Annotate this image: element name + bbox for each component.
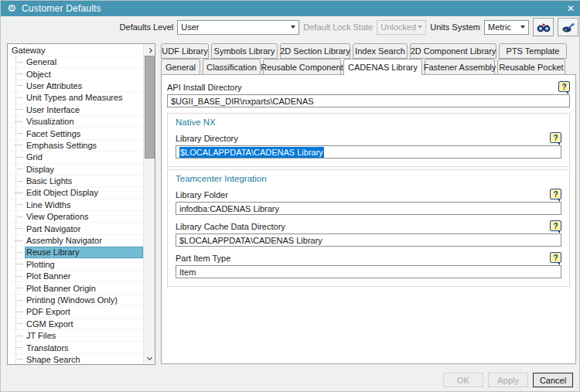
sidebar-item-unit-types-and-measures[interactable]: Unit Types and Measures — [8, 92, 143, 104]
sidebar-item-label: Plot Banner Origin — [25, 282, 143, 293]
sidebar-item-shape-search[interactable]: Shape Search — [8, 354, 143, 364]
native-nx-group: Native NX Library Directory ? $LOCALAPPD… — [167, 113, 570, 167]
sidebar-item-display[interactable]: Display — [8, 164, 143, 176]
sidebar-item-plot-banner[interactable]: Plot Banner — [8, 271, 143, 282]
sidebar-item-reuse-library[interactable]: Reuse Library — [8, 247, 143, 258]
tree-branch-icon — [15, 216, 22, 217]
units-system-value: Metric — [488, 22, 511, 32]
tab-cadenas-library[interactable]: CADENAS Library — [343, 59, 422, 75]
sidebar-item-label: Visualization — [25, 116, 143, 127]
library-directory-field[interactable]: $LOCALAPPDATA\CADENAS Library — [176, 145, 561, 159]
tree-branch-icon — [15, 169, 22, 169]
library-folder-field[interactable]: infodba:CADENAS Library — [176, 202, 561, 215]
sidebar-item-part-navigator[interactable]: Part Navigator — [8, 223, 143, 234]
sidebar-item-label: Reuse Library — [25, 247, 143, 257]
chevron-down-icon — [418, 26, 422, 29]
tree-branch-icon — [15, 145, 22, 145]
tree-branch-icon — [15, 323, 22, 324]
tab-fastener-assembly[interactable]: Fastener Assembly — [425, 59, 495, 75]
sidebar-item-line-widths[interactable]: Line Widths — [8, 199, 143, 211]
tab-label: PTS Template — [507, 46, 560, 56]
help-icon[interactable]: ? — [550, 252, 561, 263]
help-icon[interactable]: ? — [550, 132, 561, 143]
library-folder-label: Library Folder — [176, 190, 228, 199]
sidebar-item-gateway[interactable]: Gateway — [8, 44, 143, 56]
library-cache-data-directory-label: Library Cache Data Directory — [176, 222, 285, 231]
sidebar-item-user-attributes[interactable]: User Attributes — [8, 80, 143, 92]
tab-index-search[interactable]: Index Search — [353, 43, 408, 59]
tab-symbols-library[interactable]: Symbols Library — [211, 43, 278, 59]
tab-label: Fastener Assembly — [424, 63, 496, 72]
sidebar-item-pdf-export[interactable]: PDF Export — [8, 306, 143, 318]
sidebar-item-view-operations[interactable]: View Operations — [8, 211, 143, 223]
tree-branch-icon — [15, 193, 22, 193]
sidebar-item-label: Part Navigator — [25, 223, 143, 233]
sidebar-item-basic-lights[interactable]: Basic Lights — [8, 176, 143, 187]
api-install-directory-field[interactable]: $UGII_BASE_DIR\nxparts\CADENAS — [167, 94, 570, 107]
sidebar-item-label: Emphasis Settings — [25, 140, 143, 151]
tab-2d-component-library[interactable]: 2D Component Library — [410, 43, 496, 59]
help-icon[interactable]: ? — [550, 220, 561, 231]
part-item-type-label: Part Item Type — [176, 254, 230, 263]
sidebar-scrollbar[interactable] — [143, 44, 155, 364]
binoculars-icon — [536, 22, 551, 33]
lock-state-label: Default Lock State — [303, 22, 373, 32]
tab-reusable-pocket[interactable]: Reusable Pocket — [497, 59, 565, 75]
part-item-type-value: Item — [179, 268, 196, 277]
tree-branch-icon — [15, 240, 22, 241]
sidebar-item-object[interactable]: Object — [8, 68, 143, 80]
tree-branch-icon — [15, 347, 22, 348]
tree-branch-icon — [15, 109, 22, 110]
tab-classification[interactable]: Classification — [203, 59, 261, 75]
native-nx-heading: Native NX — [176, 118, 561, 127]
units-system-select[interactable]: Metric — [484, 20, 529, 35]
help-icon[interactable]: ? — [550, 189, 561, 199]
defaults-level-select[interactable]: User — [177, 20, 299, 35]
find-default-button[interactable] — [533, 18, 554, 36]
close-button[interactable]: ✕ — [561, 1, 580, 16]
sidebar-item-user-interface[interactable]: User Interface — [8, 104, 143, 116]
sidebar-item-edit-object-display[interactable]: Edit Object Display — [8, 187, 143, 199]
binoculars-arrow-icon — [561, 22, 576, 33]
sidebar-item-label: Plotting — [25, 259, 143, 270]
chevron-down-icon — [147, 355, 152, 360]
manage-settings-button[interactable] — [558, 18, 578, 36]
tab-2d-section-library[interactable]: 2D Section Library — [280, 43, 350, 59]
sidebar-item-grid[interactable]: Grid — [8, 152, 143, 163]
chevron-up-icon — [147, 48, 152, 53]
sidebar-item-label: General — [25, 56, 143, 67]
sidebar-item-general[interactable]: General — [8, 56, 143, 68]
ok-button: OK — [443, 373, 483, 387]
part-item-type-field[interactable]: Item — [176, 265, 561, 278]
cancel-button[interactable]: Cancel — [533, 373, 573, 387]
apply-button: Apply — [488, 373, 528, 387]
dialog-title: Customer Defaults — [22, 3, 101, 14]
chevron-down-icon — [291, 26, 295, 29]
sidebar-item-assembly-navigator[interactable]: Assembly Navigator — [8, 235, 143, 247]
tab-general[interactable]: General — [161, 59, 200, 75]
tab-label: Reusable Component — [261, 63, 343, 72]
sidebar-item-visualization[interactable]: Visualization — [8, 116, 143, 128]
sidebar-item-translators[interactable]: Translators — [8, 342, 143, 353]
sidebar-item-printing-windows-only[interactable]: Printing (Windows Only) — [8, 295, 143, 306]
sidebar-item-label: Translators — [25, 342, 143, 353]
scroll-down-button[interactable] — [144, 353, 155, 364]
tab-udf-library[interactable]: UDF Library — [161, 43, 209, 59]
sidebar-item-plotting[interactable]: Plotting — [8, 259, 143, 271]
chevron-down-icon — [520, 26, 525, 29]
defaults-level-value: User — [181, 22, 199, 32]
library-cache-data-directory-field[interactable]: $LOCALAPPDATA\CADENAS Library — [176, 233, 561, 247]
tab-reusable-component[interactable]: Reusable Component — [263, 59, 341, 75]
sidebar-item-jt-files[interactable]: JT Files — [8, 330, 143, 342]
help-icon[interactable]: ? — [558, 81, 570, 92]
sidebar-item-cgm-export[interactable]: CGM Export — [8, 319, 143, 330]
tree-branch-icon — [15, 133, 22, 134]
tab-pts-template[interactable]: PTS Template — [499, 43, 567, 59]
sidebar-item-facet-settings[interactable]: Facet Settings — [8, 128, 143, 139]
sidebar-item-emphasis-settings[interactable]: Emphasis Settings — [8, 140, 143, 152]
scrollbar-thumb[interactable] — [145, 56, 155, 159]
scroll-up-button[interactable] — [144, 44, 155, 55]
sidebar-item-plot-banner-origin[interactable]: Plot Banner Origin — [8, 282, 143, 294]
tab-label: 2D Section Library — [280, 46, 350, 56]
tab-label: Symbols Library — [214, 46, 275, 56]
